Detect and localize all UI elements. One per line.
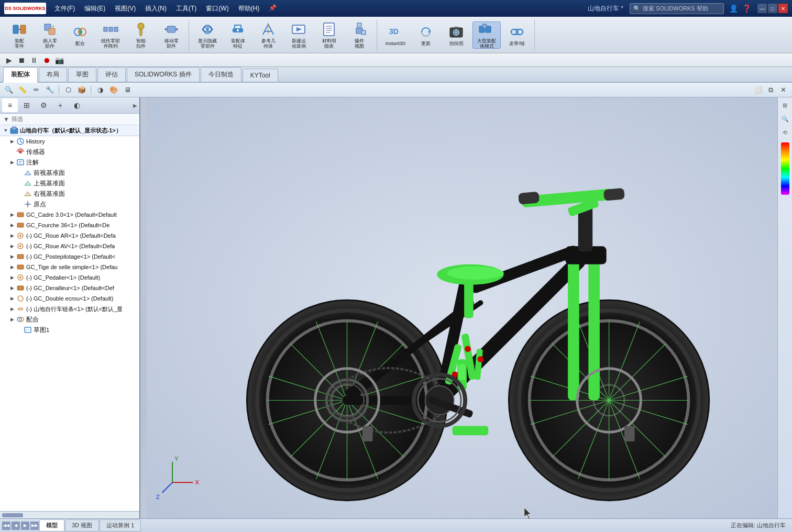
tree-item-derailleur[interactable]: ▶ (-) GC_Derailleur<1> (Default<Def: [0, 283, 139, 293]
camera-button[interactable]: 📷: [53, 54, 65, 66]
explode-view-button[interactable]: 爆炸视图: [345, 21, 373, 49]
tree-item-sensor[interactable]: ▶ 传感器: [0, 147, 139, 157]
tree-item-top-plane[interactable]: ▶ 上视基准面: [0, 178, 139, 189]
belt-chain-button[interactable]: 皮带/链: [503, 21, 531, 49]
footer-tab-motion[interactable]: 运动算例 1: [100, 519, 141, 531]
record-button[interactable]: ⏺: [41, 54, 52, 66]
poste-arrow[interactable]: ▶: [8, 254, 16, 259]
scroll-thumb[interactable]: [2, 513, 23, 517]
roue-ar-arrow[interactable]: ▶: [8, 233, 16, 238]
history-arrow[interactable]: ▶: [8, 139, 16, 144]
play-button[interactable]: ▶: [3, 54, 15, 66]
tab-layout[interactable]: 布局: [39, 67, 67, 82]
assemble-button[interactable]: 装配零件: [5, 21, 34, 49]
roue-av-arrow[interactable]: ▶: [8, 243, 16, 249]
cadre-arrow[interactable]: ▶: [8, 212, 16, 217]
tab-sketch[interactable]: 草图: [68, 67, 96, 82]
tree-item-pedalier[interactable]: ▶ (-) GC_Pedalier<1> (Default): [0, 272, 139, 283]
fourche-arrow[interactable]: ▶: [8, 223, 16, 228]
subtool-search[interactable]: 🔍: [3, 84, 15, 96]
linear-pattern-button[interactable]: 线性零部件阵列: [96, 21, 125, 49]
subtool-edit[interactable]: ✏: [30, 84, 42, 96]
root-arrow[interactable]: ▼: [2, 128, 9, 133]
sidebar-scrollbar[interactable]: [0, 511, 139, 518]
smart-fastener-button[interactable]: 智能扣件: [127, 21, 155, 49]
menu-edit[interactable]: 编辑(E): [80, 2, 109, 15]
minimize-button[interactable]: —: [757, 4, 767, 13]
pedalier-arrow[interactable]: ▶: [8, 275, 16, 280]
maximize-button[interactable]: □: [768, 4, 777, 13]
footer-tab-3dview[interactable]: 3D 视图: [65, 519, 99, 531]
subtool-box[interactable]: 📦: [76, 84, 87, 96]
derailleur-arrow[interactable]: ▶: [8, 285, 16, 291]
menu-help[interactable]: 帮助(H): [234, 2, 264, 15]
sidebar-tab-dim-expert[interactable]: +: [52, 98, 68, 112]
snapshot-button[interactable]: 拍快照: [442, 21, 470, 49]
reference-button[interactable]: 参考几何体: [254, 21, 282, 49]
sidebar-tab-config-manager[interactable]: ⚙: [36, 98, 51, 112]
tree-item-sketch1[interactable]: ▶ 草图1: [0, 325, 139, 335]
tree-item-poste[interactable]: ▶ (-) GC_Postepilotage<1> (Default<: [0, 251, 139, 262]
mate-button[interactable]: 配合: [66, 21, 94, 49]
menu-window[interactable]: 窗口(W): [202, 2, 233, 15]
nav-next[interactable]: ▶: [21, 522, 29, 530]
tree-item-roue-av[interactable]: ▶ (-) GC_Roue AV<1> (Default<Defa: [0, 241, 139, 251]
subtool-close[interactable]: ✕: [777, 84, 789, 96]
tree-item-chain[interactable]: ▶ (-) 山地自行车链条<1> (默认<默认_显: [0, 304, 139, 314]
tree-item-mates[interactable]: ▶ 配合: [0, 314, 139, 325]
nav-last[interactable]: ▶▶: [30, 522, 39, 530]
subtool-display[interactable]: 🖥: [122, 84, 133, 96]
sidebar-expand-arrow[interactable]: ▶: [133, 103, 137, 108]
instant3d-button[interactable]: 3D Instant3D: [381, 21, 410, 49]
annotation-arrow[interactable]: ▶: [8, 160, 16, 165]
close-button[interactable]: ✕: [778, 4, 788, 13]
tree-root-item[interactable]: ▼ 山地自行车（默认<默认_显示状态-1>）: [0, 125, 139, 136]
double-ecrou-arrow[interactable]: ▶: [8, 296, 16, 301]
tree-item-roue-ar[interactable]: ▶ (-) GC_Roue AR<1> (Default<Defa: [0, 230, 139, 241]
tab-today-manufacturing[interactable]: 今日制造: [201, 67, 241, 82]
subtool-measure[interactable]: 📏: [17, 84, 28, 96]
tree-item-history[interactable]: ▶ History: [0, 136, 139, 147]
sidebar-tab-property-manager[interactable]: ⊞: [19, 98, 35, 112]
assembly-features-button[interactable]: 装配体特征: [224, 21, 252, 49]
sidebar-tab-display-manager[interactable]: ◐: [69, 98, 85, 112]
stop-button[interactable]: ⏹: [16, 54, 27, 66]
insert-part-button[interactable]: + 插入零部件: [36, 21, 64, 49]
tree-item-front-plane[interactable]: ▶ 前视基准面: [0, 168, 139, 178]
menu-file[interactable]: 文件(F): [50, 2, 79, 15]
right-panel-btn-1[interactable]: ⊞: [779, 99, 791, 111]
tree-item-origin[interactable]: ▶ 原点: [0, 199, 139, 209]
subtool-shade[interactable]: ◑: [94, 84, 106, 96]
update-button[interactable]: 更新: [412, 21, 440, 49]
tab-assembly[interactable]: 装配体: [3, 67, 38, 83]
user-icon[interactable]: 👤: [729, 4, 738, 13]
viewport[interactable]: X Y Z ⊞ 🔍 ⟲: [140, 97, 792, 518]
mates-arrow[interactable]: ▶: [8, 317, 16, 322]
tree-item-double-ecrou[interactable]: ▶ (-) GC_Double ecrou<1> (Default): [0, 293, 139, 304]
subtool-settings[interactable]: 🔧: [44, 84, 56, 96]
right-panel-btn-3[interactable]: ⟲: [779, 127, 791, 138]
search-box[interactable]: 🔍 搜索 SOLIDWORKS 帮助: [630, 3, 724, 14]
tab-evaluate[interactable]: 评估: [97, 67, 126, 82]
large-assembly-button[interactable]: 大型装配体模式: [472, 21, 501, 49]
tree-item-cadre[interactable]: ▶ GC_Cadre 3.0<1> (Default<Default: [0, 209, 139, 220]
selle-arrow[interactable]: ▶: [8, 264, 16, 270]
tab-kytool[interactable]: KYTool: [243, 69, 278, 82]
menu-view[interactable]: 视图(V): [111, 2, 140, 15]
move-part-button[interactable]: 移动零部件: [157, 21, 185, 49]
sidebar-tab-feature-manager[interactable]: ≡: [2, 98, 18, 112]
chain-arrow[interactable]: ▶: [8, 306, 16, 312]
tree-item-fourche[interactable]: ▶ GC_Fourche 36<1> (Default<De: [0, 220, 139, 230]
nav-prev[interactable]: ◀: [12, 522, 20, 530]
subtool-color[interactable]: 🎨: [108, 84, 119, 96]
menu-pin[interactable]: 📌: [265, 2, 281, 15]
subtool-split[interactable]: ⧉: [765, 84, 776, 96]
nav-first[interactable]: ◀◀: [2, 522, 10, 530]
show-hide-button[interactable]: 显示隐藏零部件: [193, 21, 222, 49]
tree-item-selle[interactable]: ▶ GC_Tige de selle simple<1> (Defau: [0, 262, 139, 272]
tab-solidworks-plugins[interactable]: SOLIDWORKS 插件: [127, 67, 200, 82]
bom-button[interactable]: 材料明细表: [315, 21, 343, 49]
tree-item-right-plane[interactable]: ▶ 右视基准面: [0, 189, 139, 199]
menu-insert[interactable]: 插入(N): [141, 2, 171, 15]
menu-tools[interactable]: 工具(T): [172, 2, 201, 15]
